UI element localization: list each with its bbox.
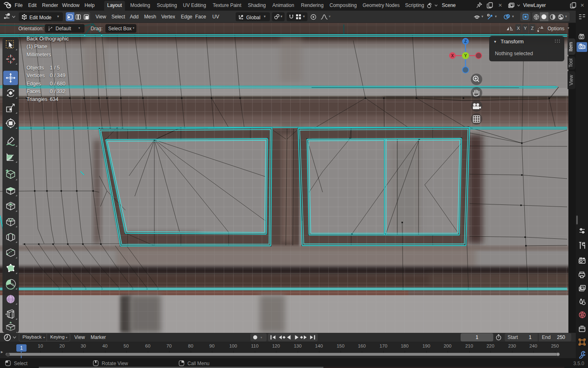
svg-text:X: X (451, 54, 454, 58)
svg-text:Z: Z (464, 39, 467, 44)
svg-text:Y: Y (464, 54, 467, 58)
